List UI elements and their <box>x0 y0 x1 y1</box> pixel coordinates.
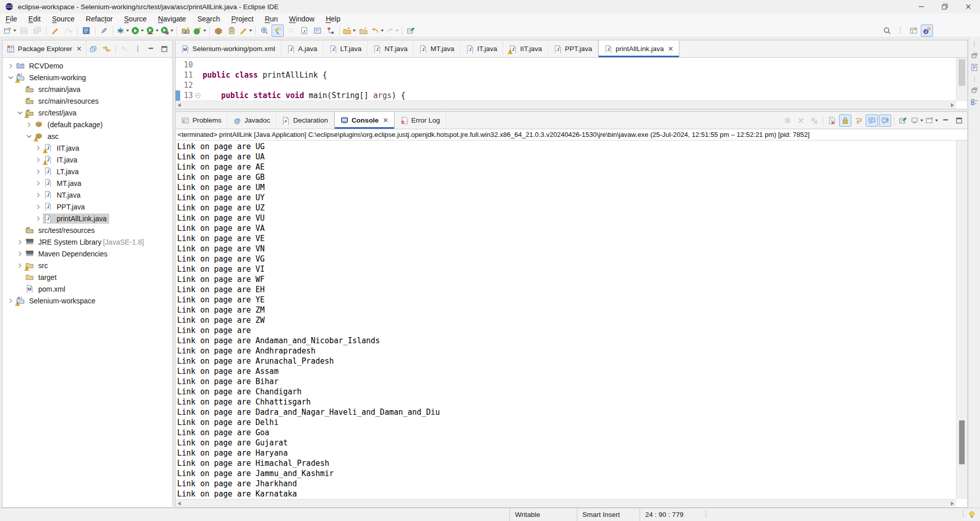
annotate-button[interactable] <box>49 25 61 37</box>
scroll-lock-button[interactable] <box>839 114 851 127</box>
scroll-left-icon[interactable] <box>178 502 181 506</box>
show-console-button[interactable] <box>311 25 324 37</box>
save-button[interactable] <box>18 25 30 37</box>
editor-tab-lt-java[interactable]: JLT.java <box>324 40 368 57</box>
editor-horizontal-scrollbar[interactable] <box>176 101 956 109</box>
tree-item-src-main-java[interactable]: src/main/java <box>3 83 173 95</box>
compare-button[interactable] <box>285 25 297 37</box>
restore-view-button-2[interactable] <box>970 86 978 94</box>
chevron-collapsed-icon[interactable] <box>34 156 42 164</box>
editor-tab-a-java[interactable]: JA.java <box>281 40 324 57</box>
editor-tab-printalllink-java[interactable]: JprintAllLink.java✕ <box>598 40 679 57</box>
word-wrap-button[interactable] <box>852 114 865 127</box>
tree-item-src-test-resources[interactable]: src/test/resources <box>3 224 173 236</box>
menu-source-2[interactable]: Source <box>118 14 152 23</box>
java-perspective-button[interactable]: J <box>921 25 933 37</box>
show-on-stderr-button[interactable] <box>879 114 891 127</box>
chevron-expanded-icon[interactable] <box>7 74 15 82</box>
show-javadoc-button[interactable]: J <box>298 25 310 37</box>
chevron-expanded-icon[interactable] <box>16 109 24 117</box>
scrollbar-thumb[interactable] <box>959 59 965 86</box>
dropdown-arrow-icon[interactable] <box>141 30 144 32</box>
tree-item-printalllink-java[interactable]: JprintAllLink.java <box>3 212 173 224</box>
chevron-expanded-icon[interactable] <box>25 132 33 140</box>
pin-editor-button[interactable] <box>405 25 417 37</box>
quick-search-button[interactable] <box>881 25 893 37</box>
tree-item-ppt-java[interactable]: JPPT.java <box>3 201 173 212</box>
menu-refactor[interactable]: Refactor <box>80 14 118 23</box>
dropdown-arrow-icon[interactable] <box>249 30 252 32</box>
console-tab-javadoc[interactable]: @Javadoc <box>228 112 276 129</box>
new-wizard-button[interactable] <box>3 25 17 37</box>
editor-tab-iit-java[interactable]: JIIT.java <box>503 40 548 57</box>
dropdown-arrow-icon[interactable] <box>203 30 206 32</box>
tree-item-src[interactable]: src <box>3 259 173 271</box>
dropdown-arrow-icon[interactable] <box>935 120 938 122</box>
editor-tab-ppt-java[interactable]: JPPT.java <box>548 40 598 57</box>
dropdown-arrow-icon[interactable] <box>381 30 384 32</box>
close-icon[interactable]: ✕ <box>383 116 388 124</box>
tree-item-jre-system-library[interactable]: JRE System Library [JavaSE-1.8] <box>3 236 173 248</box>
scrollbar-thumb[interactable] <box>959 420 965 464</box>
minimize-view-button[interactable] <box>145 43 157 55</box>
run-button[interactable] <box>131 25 144 37</box>
open-type-button[interactable]: T <box>258 25 271 37</box>
menu-source[interactable]: Source <box>46 14 80 23</box>
chevron-collapsed-icon[interactable] <box>7 297 15 305</box>
tree-item-nt-java[interactable]: JNT.java <box>3 189 173 201</box>
last-edit-location-button[interactable] <box>342 25 356 37</box>
dropdown-arrow-icon[interactable] <box>126 30 129 32</box>
chevron-collapsed-icon[interactable] <box>34 191 42 199</box>
chevron-collapsed-icon[interactable] <box>34 179 42 187</box>
dropdown-arrow-icon[interactable] <box>156 30 159 32</box>
chevron-collapsed-icon[interactable] <box>16 250 24 258</box>
console-tab-error-log[interactable]: Error Log <box>395 112 446 129</box>
open-task-button[interactable] <box>226 25 238 37</box>
editor-tab-it-java[interactable]: JIT.java <box>460 40 503 57</box>
next-edit-location-button[interactable] <box>357 25 370 37</box>
forward-button[interactable] <box>385 25 399 37</box>
menu-project[interactable]: Project <box>226 14 259 23</box>
new-java-project-button[interactable]: J <box>180 25 192 37</box>
console-output[interactable]: Link on page are UGLink on page are UALi… <box>177 140 956 499</box>
menu-help[interactable]: Help <box>320 14 346 23</box>
sketch-button[interactable] <box>62 25 75 37</box>
menu-run[interactable]: Run <box>259 14 284 23</box>
chevron-collapsed-icon[interactable] <box>25 121 33 129</box>
focus-on-active-task-button[interactable] <box>118 43 131 55</box>
console-vertical-scrollbar[interactable] <box>956 140 967 499</box>
new-class-button[interactable] <box>193 25 207 37</box>
chevron-collapsed-icon[interactable] <box>34 168 42 176</box>
open-perspective-button[interactable] <box>908 25 920 37</box>
open-console-button[interactable] <box>925 114 939 127</box>
tree-item-src-test-java[interactable]: src/test/java <box>3 107 173 119</box>
tree-item-selenium-workspace[interactable]: MJSelenium-workspace <box>3 295 173 306</box>
editor-vertical-scrollbar[interactable] <box>956 58 967 101</box>
tree-item-target[interactable]: target <box>3 271 173 283</box>
outline-view-button[interactable] <box>970 63 978 72</box>
close-icon[interactable]: ✕ <box>77 45 82 53</box>
console-horizontal-scrollbar[interactable] <box>176 499 956 507</box>
restore-view-button[interactable] <box>970 51 978 59</box>
tree-item-lt-java[interactable]: JLT.java <box>3 165 173 177</box>
mark-occurrences-button[interactable] <box>98 25 110 37</box>
coverage-button[interactable] <box>145 25 159 37</box>
collapse-all-button[interactable] <box>87 43 100 55</box>
menu-window[interactable]: Window <box>283 14 320 23</box>
save-all-button[interactable] <box>31 25 43 37</box>
clear-console-button[interactable] <box>826 114 838 127</box>
display-selected-console-button[interactable] <box>910 114 924 127</box>
pin-console-button[interactable] <box>897 114 909 127</box>
minimize-console-button[interactable] <box>940 114 952 127</box>
chevron-collapsed-icon[interactable] <box>34 215 42 223</box>
show-on-stdout-button[interactable] <box>866 114 878 127</box>
code-editor[interactable]: 1011public class printAllLink {1213 publ… <box>176 58 956 101</box>
scroll-right-icon[interactable] <box>951 502 954 506</box>
chevron-collapsed-icon[interactable] <box>34 144 42 152</box>
new-package-button[interactable] <box>212 25 225 37</box>
chevron-collapsed-icon[interactable] <box>16 262 24 270</box>
tree-item-selenium-working[interactable]: MJSelenium-working <box>3 72 173 83</box>
package-explorer-tab[interactable]: Package Explorer ✕ <box>3 40 86 57</box>
minimize-window-button[interactable] <box>910 0 933 13</box>
dropdown-arrow-icon[interactable] <box>13 30 16 32</box>
